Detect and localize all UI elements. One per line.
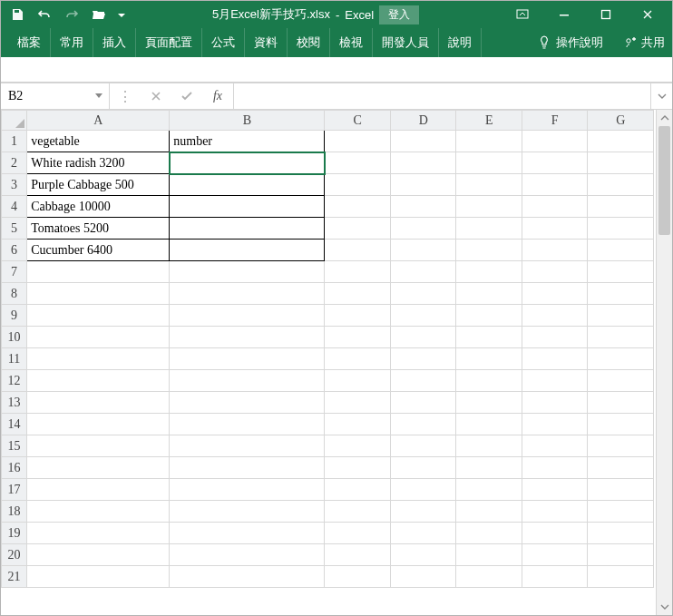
cell-G5[interactable] [588, 218, 654, 240]
enter-formula-button[interactable] [171, 83, 202, 109]
cell-G12[interactable] [588, 370, 654, 392]
cell-E1[interactable] [456, 131, 522, 152]
cell-C20[interactable] [325, 544, 391, 566]
cell-D16[interactable] [390, 457, 456, 479]
cell-D8[interactable] [390, 283, 456, 305]
cell-F21[interactable] [522, 566, 588, 588]
formula-bar[interactable] [234, 83, 650, 109]
ribbon-tab-資料[interactable]: 資料 [245, 28, 288, 57]
cell-E16[interactable] [456, 457, 522, 479]
cell-E5[interactable] [456, 218, 522, 240]
cell-G8[interactable] [588, 283, 654, 305]
cell-D21[interactable] [390, 566, 456, 588]
cell-G1[interactable] [588, 131, 654, 152]
vertical-scrollbar[interactable] [656, 110, 672, 615]
row-header-12[interactable]: 12 [2, 370, 27, 392]
cell-D7[interactable] [390, 261, 456, 283]
undo-button[interactable] [32, 3, 57, 26]
cell-F20[interactable] [522, 544, 588, 566]
column-header-A[interactable]: A [27, 111, 170, 131]
cell-G14[interactable] [588, 414, 654, 435]
scroll-up-button[interactable] [657, 110, 672, 126]
cell-D2[interactable] [390, 152, 456, 174]
cell-C9[interactable] [325, 305, 391, 327]
cell-G18[interactable] [588, 501, 654, 523]
cell-A9[interactable] [27, 305, 170, 327]
row-header-6[interactable]: 6 [2, 240, 27, 261]
cell-A7[interactable] [27, 261, 170, 283]
cell-F3[interactable] [522, 174, 588, 196]
row-header-2[interactable]: 2 [2, 152, 27, 174]
share-button[interactable]: 共用 [612, 34, 665, 51]
cell-A6[interactable]: Cucumber 6400 [27, 240, 170, 261]
cell-F4[interactable] [522, 196, 588, 218]
cell-A4[interactable]: Cabbage 10000 [27, 196, 170, 218]
cell-E13[interactable] [456, 392, 522, 414]
cell-B5[interactable] [170, 218, 325, 240]
cell-A5[interactable]: Tomatoes 5200 [27, 218, 170, 240]
cell-A1[interactable]: vegetable [27, 131, 170, 152]
formula-bar-input[interactable] [234, 83, 650, 109]
cell-E21[interactable] [456, 566, 522, 588]
cell-D18[interactable] [390, 501, 456, 523]
cell-C14[interactable] [325, 414, 391, 435]
cell-C10[interactable] [325, 327, 391, 348]
row-header-5[interactable]: 5 [2, 218, 27, 240]
cell-F18[interactable] [522, 501, 588, 523]
column-header-C[interactable]: C [325, 111, 391, 131]
cell-B21[interactable] [170, 566, 325, 588]
cell-F10[interactable] [522, 327, 588, 348]
cell-A17[interactable] [27, 479, 170, 501]
cell-D17[interactable] [390, 479, 456, 501]
cell-C4[interactable] [325, 196, 391, 218]
cell-G17[interactable] [588, 479, 654, 501]
cell-E15[interactable] [456, 435, 522, 457]
cell-E6[interactable] [456, 240, 522, 261]
name-box-dropdown[interactable] [93, 90, 105, 103]
cell-F13[interactable] [522, 392, 588, 414]
cell-C17[interactable] [325, 479, 391, 501]
cell-B14[interactable] [170, 414, 325, 435]
tell-me-button[interactable]: 操作說明 [538, 34, 603, 51]
maximize-button[interactable] [585, 1, 627, 28]
cell-A14[interactable] [27, 414, 170, 435]
cell-G16[interactable] [588, 457, 654, 479]
cell-E8[interactable] [456, 283, 522, 305]
cell-B1[interactable]: number [170, 131, 325, 152]
cell-G15[interactable] [588, 435, 654, 457]
row-header-15[interactable]: 15 [2, 435, 27, 457]
cell-D15[interactable] [390, 435, 456, 457]
cell-D11[interactable] [390, 348, 456, 370]
cell-D9[interactable] [390, 305, 456, 327]
cell-A3[interactable]: Purple Cabbage 500 [27, 174, 170, 196]
row-header-8[interactable]: 8 [2, 283, 27, 305]
ribbon-tab-檔案[interactable]: 檔案 [3, 28, 51, 57]
cell-G19[interactable] [588, 523, 654, 544]
select-all-button[interactable] [2, 111, 27, 131]
row-header-19[interactable]: 19 [2, 523, 27, 544]
cell-F1[interactable] [522, 131, 588, 152]
cell-D3[interactable] [390, 174, 456, 196]
ribbon-tab-頁面配置[interactable]: 頁面配置 [136, 28, 202, 57]
redo-button[interactable] [59, 3, 84, 26]
cell-A20[interactable] [27, 544, 170, 566]
column-header-D[interactable]: D [390, 111, 456, 131]
cell-F16[interactable] [522, 457, 588, 479]
cell-F17[interactable] [522, 479, 588, 501]
ribbon-tab-開發人員[interactable]: 開發人員 [373, 28, 439, 57]
cell-C1[interactable] [325, 131, 391, 152]
cell-F12[interactable] [522, 370, 588, 392]
cell-A2[interactable]: White radish 3200 [27, 152, 170, 174]
row-header-17[interactable]: 17 [2, 479, 27, 501]
cell-G9[interactable] [588, 305, 654, 327]
cell-G7[interactable] [588, 261, 654, 283]
row-header-4[interactable]: 4 [2, 196, 27, 218]
row-header-9[interactable]: 9 [2, 305, 27, 327]
cell-F15[interactable] [522, 435, 588, 457]
cell-E3[interactable] [456, 174, 522, 196]
cell-D13[interactable] [390, 392, 456, 414]
cell-A11[interactable] [27, 348, 170, 370]
cell-B6[interactable] [170, 240, 325, 261]
scroll-thumb[interactable] [658, 126, 670, 235]
ribbon-tab-常用[interactable]: 常用 [51, 28, 93, 57]
